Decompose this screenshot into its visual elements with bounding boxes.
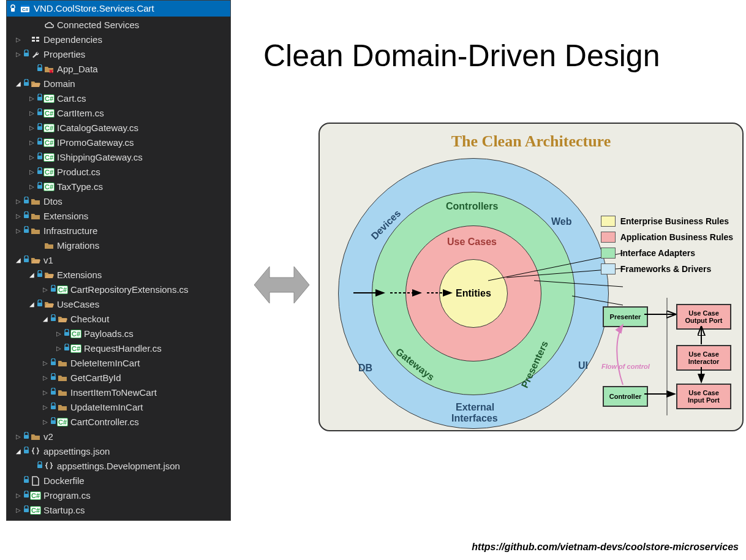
chevron-right-icon[interactable]: ▷ xyxy=(28,135,36,150)
lock-icon xyxy=(23,474,30,488)
tree-item-label: UpdateItemInCart xyxy=(68,400,143,415)
tree-item[interactable]: ▷C#TaxType.cs xyxy=(7,180,230,194)
chevron-down-icon[interactable]: ◢ xyxy=(14,444,23,459)
legend-swatch xyxy=(601,263,616,274)
tree-item[interactable]: ▷C#Program.cs xyxy=(7,488,230,503)
tree-item[interactable]: ▷C#Startup.cs xyxy=(7,503,230,518)
chevron-right-icon[interactable]: ▷ xyxy=(14,429,23,444)
svg-rect-34 xyxy=(24,450,29,453)
tree-item[interactable]: ▷UpdateItemInCart xyxy=(7,400,230,415)
chevron-right-icon[interactable]: ▷ xyxy=(28,106,36,121)
lock-icon xyxy=(23,209,30,224)
folder-open-icon xyxy=(43,270,55,280)
tree-item[interactable]: ▷C#Cart.cs xyxy=(7,91,230,106)
tree-item-label: InsertItemToNewCart xyxy=(68,385,157,400)
tree-item[interactable]: ▷Dtos xyxy=(7,194,230,209)
chevron-right-icon[interactable]: ▷ xyxy=(41,356,50,371)
tree-item[interactable]: Dockerfile xyxy=(7,474,230,488)
tree-item[interactable]: ▷C#Payloads.cs xyxy=(7,327,230,341)
flow-diagram: Presenter Controller Use Case Output Por… xyxy=(603,306,731,417)
tree-item[interactable]: ▷Properties xyxy=(7,47,230,62)
chevron-right-icon[interactable]: ▷ xyxy=(55,341,63,356)
tree-item[interactable]: App_Data xyxy=(7,62,230,77)
tree-item[interactable]: ◢v1 xyxy=(7,253,230,268)
chevron-right-icon[interactable]: ▷ xyxy=(14,47,23,62)
tree-item[interactable]: ◢Extensions xyxy=(7,268,230,282)
tree-item[interactable]: ▷Dependencies xyxy=(7,32,230,47)
tree-item[interactable]: ▷C#IShippingGateway.cs xyxy=(7,150,230,165)
chevron-down-icon[interactable]: ◢ xyxy=(41,312,50,327)
tree-item[interactable]: ▷C#ICatalogGateway.cs xyxy=(7,121,230,135)
tree-item[interactable]: ◢appsettings.json xyxy=(7,444,230,459)
tree-item[interactable]: ▷InsertItemToNewCart xyxy=(7,385,230,400)
chevron-right-icon[interactable]: ▷ xyxy=(41,400,50,415)
lock-icon xyxy=(36,106,43,121)
tree-item[interactable]: ▷GetCartById xyxy=(7,371,230,385)
solution-tree[interactable]: Connected Services▷Dependencies▷Properti… xyxy=(7,17,230,520)
chevron-right-icon[interactable]: ▷ xyxy=(14,194,23,209)
tree-item[interactable]: ▷C#IPromoGateway.cs xyxy=(7,135,230,150)
tree-item-label: IShippingGateway.cs xyxy=(55,150,143,165)
tree-item[interactable]: ▷C#CartRepositoryExtensions.cs xyxy=(7,282,230,297)
lock-icon xyxy=(36,121,43,135)
chevron-down-icon[interactable]: ◢ xyxy=(28,297,36,312)
tree-item[interactable]: ▷v2 xyxy=(7,429,230,444)
svg-rect-36 xyxy=(24,479,29,483)
tree-item[interactable]: ▷DeleteItemInCart xyxy=(7,356,230,371)
tree-item[interactable]: ▷C#CartItem.cs xyxy=(7,106,230,121)
lock-icon xyxy=(23,488,30,503)
legend-label: Interface Adapters xyxy=(620,248,695,258)
svg-rect-37 xyxy=(24,494,29,498)
tree-item[interactable]: appsettings.Development.json xyxy=(7,459,230,474)
tree-item-label: v2 xyxy=(41,429,53,444)
tree-item[interactable]: ▷C#CartController.cs xyxy=(7,415,230,429)
svg-rect-0 xyxy=(11,8,15,12)
chevron-right-icon[interactable]: ▷ xyxy=(41,371,50,385)
chevron-right-icon[interactable]: ▷ xyxy=(14,32,23,47)
folder-icon xyxy=(30,211,41,221)
chevron-down-icon[interactable]: ◢ xyxy=(14,253,23,268)
cs-icon: C# xyxy=(30,506,41,515)
chevron-right-icon[interactable]: ▷ xyxy=(41,415,50,429)
svg-rect-22 xyxy=(37,273,42,277)
chevron-right-icon[interactable]: ▷ xyxy=(28,180,36,194)
chevron-right-icon[interactable]: ▷ xyxy=(55,327,63,341)
tree-item-label: Checkout xyxy=(68,312,109,327)
chevron-right-icon[interactable]: ▷ xyxy=(28,150,36,165)
svg-rect-14 xyxy=(37,141,42,145)
tree-item-label: appsettings.Development.json xyxy=(55,459,180,474)
lock-icon xyxy=(36,91,43,106)
legend-label: Frameworks & Drivers xyxy=(620,264,712,274)
lock-icon xyxy=(36,268,43,282)
folderx-icon xyxy=(43,64,55,74)
chevron-down-icon[interactable]: ◢ xyxy=(28,268,36,282)
tree-item-label: RequestHandler.cs xyxy=(81,341,162,356)
cs-icon: C# xyxy=(70,344,81,353)
chevron-right-icon[interactable]: ▷ xyxy=(41,385,50,400)
chevron-right-icon[interactable]: ▷ xyxy=(14,503,23,518)
folder-icon xyxy=(57,403,68,412)
tree-item-label: Program.cs xyxy=(41,488,91,503)
tree-item[interactable]: Connected Services xyxy=(7,18,230,32)
chevron-right-icon[interactable]: ▷ xyxy=(14,488,23,503)
chevron-right-icon[interactable]: ▷ xyxy=(28,121,36,135)
tree-item[interactable]: ▷C#RequestHandler.cs xyxy=(7,341,230,356)
chevron-down-icon[interactable]: ◢ xyxy=(14,77,23,91)
svg-rect-16 xyxy=(37,170,42,174)
legend-item: Interface Adapters xyxy=(601,248,733,259)
chevron-right-icon[interactable]: ▷ xyxy=(28,91,36,106)
chevron-right-icon[interactable]: ▷ xyxy=(14,209,23,224)
chevron-right-icon[interactable]: ▷ xyxy=(41,282,50,297)
tree-item[interactable]: ◢Domain xyxy=(7,77,230,91)
tree-item-label: Startup.cs xyxy=(41,503,85,518)
tree-item[interactable]: ▷C#Product.cs xyxy=(7,165,230,180)
chevron-right-icon[interactable]: ▷ xyxy=(28,165,36,180)
tree-item[interactable]: ▷Extensions xyxy=(7,209,230,224)
chevron-right-icon[interactable]: ▷ xyxy=(14,224,23,238)
tree-item[interactable]: Migrations xyxy=(7,238,230,253)
tree-item[interactable]: ◢UseCases xyxy=(7,297,230,312)
tree-item[interactable]: ◢Checkout xyxy=(7,312,230,327)
tree-item[interactable]: ▷Infrastructure xyxy=(7,224,230,238)
legend-item: Frameworks & Drivers xyxy=(601,263,733,274)
project-header[interactable]: C# VND.CoolStore.Services.Cart xyxy=(7,1,230,17)
